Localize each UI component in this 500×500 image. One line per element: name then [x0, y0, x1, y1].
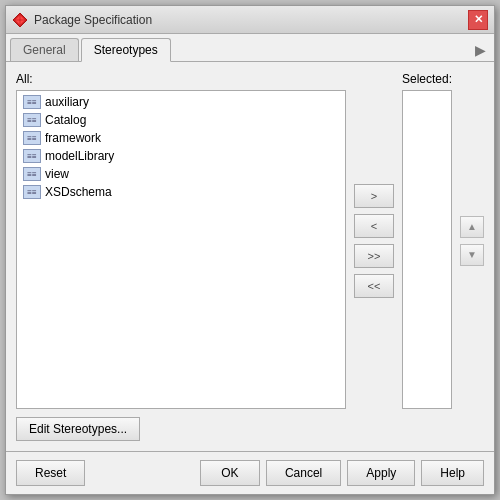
- item-label: Catalog: [45, 113, 86, 127]
- item-icon: ≡≡: [23, 149, 41, 163]
- selected-panel: Selected:: [402, 72, 452, 409]
- item-icon: ≡≡: [23, 113, 41, 127]
- list-item[interactable]: ≡≡ Catalog: [19, 111, 343, 129]
- title-text: Package Specification: [34, 13, 152, 27]
- item-label: view: [45, 167, 69, 181]
- content-area: All: ≡≡ auxiliary ≡≡ Catalog ≡≡ framewor…: [6, 62, 494, 451]
- tabs-list: General Stereotypes: [10, 38, 171, 61]
- move-right-button[interactable]: >: [354, 184, 394, 208]
- edit-section: Edit Stereotypes...: [16, 417, 484, 441]
- ok-button[interactable]: OK: [200, 460, 260, 486]
- move-all-left-button[interactable]: <<: [354, 274, 394, 298]
- selected-label: Selected:: [402, 72, 452, 86]
- tab-stereotypes[interactable]: Stereotypes: [81, 38, 171, 62]
- all-panel: All: ≡≡ auxiliary ≡≡ Catalog ≡≡ framewor…: [16, 72, 346, 409]
- tabs-bar: General Stereotypes ▶: [6, 34, 494, 62]
- move-down-button[interactable]: ▼: [460, 244, 484, 266]
- item-icon: ≡≡: [23, 185, 41, 199]
- close-button[interactable]: ✕: [468, 10, 488, 30]
- item-label: modelLibrary: [45, 149, 114, 163]
- all-label: All:: [16, 72, 346, 86]
- list-item[interactable]: ≡≡ XSDschema: [19, 183, 343, 201]
- item-label: auxiliary: [45, 95, 89, 109]
- list-item[interactable]: ≡≡ modelLibrary: [19, 147, 343, 165]
- list-item[interactable]: ≡≡ auxiliary: [19, 93, 343, 111]
- reset-button[interactable]: Reset: [16, 460, 85, 486]
- apply-button[interactable]: Apply: [347, 460, 415, 486]
- all-list[interactable]: ≡≡ auxiliary ≡≡ Catalog ≡≡ framework ≡≡ …: [16, 90, 346, 409]
- move-left-button[interactable]: <: [354, 214, 394, 238]
- selected-list[interactable]: [402, 90, 452, 409]
- cancel-button[interactable]: Cancel: [266, 460, 341, 486]
- item-label: framework: [45, 131, 101, 145]
- item-icon: ≡≡: [23, 95, 41, 109]
- edit-stereotypes-button[interactable]: Edit Stereotypes...: [16, 417, 140, 441]
- tab-general[interactable]: General: [10, 38, 79, 61]
- item-label: XSDschema: [45, 185, 112, 199]
- transfer-buttons: > < >> <<: [346, 72, 402, 409]
- help-button[interactable]: Help: [421, 460, 484, 486]
- list-item[interactable]: ≡≡ view: [19, 165, 343, 183]
- right-section: Selected: ▲ ▼: [402, 72, 484, 409]
- item-icon: ≡≡: [23, 131, 41, 145]
- app-icon: [12, 12, 28, 28]
- title-bar-left: Package Specification: [12, 12, 152, 28]
- footer: Reset OK Cancel Apply Help: [6, 451, 494, 494]
- list-item[interactable]: ≡≡ framework: [19, 129, 343, 147]
- title-bar: Package Specification ✕: [6, 6, 494, 34]
- main-window: Package Specification ✕ General Stereoty…: [5, 5, 495, 495]
- updown-buttons: ▲ ▼: [456, 72, 484, 409]
- item-icon: ≡≡: [23, 167, 41, 181]
- panels-row: All: ≡≡ auxiliary ≡≡ Catalog ≡≡ framewor…: [16, 72, 484, 409]
- move-all-right-button[interactable]: >>: [354, 244, 394, 268]
- move-up-button[interactable]: ▲: [460, 216, 484, 238]
- tab-scroll-arrow[interactable]: ▶: [471, 40, 490, 60]
